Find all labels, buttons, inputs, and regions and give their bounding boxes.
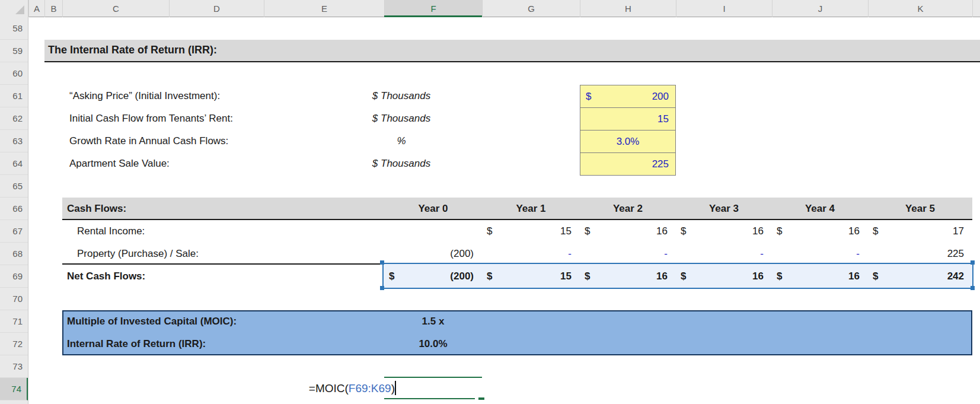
moic-label[interactable]: Multiple of Invested Capital (MOIC):: [67, 310, 237, 333]
input-value: 3.0%: [617, 136, 640, 147]
row-header-61[interactable]: 61: [0, 85, 28, 107]
cell-value: 16: [656, 265, 668, 288]
row-header-58[interactable]: 58: [0, 17, 28, 40]
input-label-asking-price[interactable]: “Asking Price” (Initial Investment):: [69, 85, 220, 107]
cell-value: 15: [560, 265, 572, 288]
selection-handle[interactable]: [971, 260, 975, 265]
edit-cell-bottom-border: [384, 398, 475, 399]
row-header-60[interactable]: 60: [0, 62, 28, 85]
input-label-growth-rate[interactable]: Growth Rate in Annual Cash Flows:: [69, 130, 228, 152]
row-header-72[interactable]: 72: [0, 333, 28, 355]
moic-value[interactable]: 1.5 x: [384, 310, 482, 333]
unit-cell-64[interactable]: $ Thousands: [333, 152, 470, 175]
formula-prefix: =MOIC(: [309, 382, 349, 395]
input-value: 200: [652, 85, 669, 107]
column-header-g[interactable]: G: [482, 0, 580, 17]
spreadsheet: A B C D E F G H I J K 58 59 60 61 62 63 …: [0, 0, 980, 404]
cash-flows-header-label[interactable]: Cash Flows:: [67, 198, 126, 220]
column-header-strip: A B C D E F G H I J K: [0, 0, 980, 17]
input-cell-initial-cash-flow[interactable]: 15: [580, 108, 675, 131]
cell-i68[interactable]: -: [676, 243, 772, 265]
year-header-5[interactable]: Year 5: [868, 198, 972, 220]
year-header-1[interactable]: Year 1: [482, 198, 580, 220]
input-cell-growth-rate[interactable]: 3.0%: [580, 131, 675, 153]
column-header-a[interactable]: A: [28, 0, 44, 17]
cell-k68[interactable]: 225: [868, 243, 972, 265]
input-label-sale-value[interactable]: Apartment Sale Value:: [69, 152, 170, 175]
cell-h67[interactable]: $ 16: [580, 220, 676, 243]
row-header-69[interactable]: 69: [0, 265, 28, 288]
currency-symbol: $: [585, 220, 590, 243]
column-header-c[interactable]: C: [62, 0, 169, 17]
selection-handle[interactable]: [380, 260, 384, 265]
text-cursor: [395, 381, 396, 395]
row-header-65[interactable]: 65: [0, 175, 28, 198]
net-cash-flows-label[interactable]: Net Cash Flows:: [67, 265, 145, 288]
row-header-73[interactable]: 73: [0, 355, 28, 378]
year-header-0[interactable]: Year 0: [384, 198, 482, 220]
input-cells-block: $ 200 15 3.0% 225: [580, 85, 676, 176]
property-label[interactable]: Property (Purchase) / Sale:: [77, 243, 199, 265]
cell-j68[interactable]: -: [772, 243, 868, 265]
row-header-63[interactable]: 63: [0, 130, 28, 152]
currency-symbol: $: [487, 265, 492, 288]
column-header-f-selected[interactable]: F: [384, 0, 482, 17]
cell-i67[interactable]: $ 16: [676, 220, 772, 243]
cell-g68[interactable]: -: [482, 243, 580, 265]
cell-value: -: [856, 243, 860, 265]
input-value: 15: [657, 108, 669, 130]
column-header-e[interactable]: E: [264, 0, 384, 17]
cell-i69[interactable]: $ 16: [676, 265, 772, 288]
currency-symbol: $: [586, 85, 591, 107]
input-label-initial-cash-flow[interactable]: Initial Cash Flow from Tenants’ Rent:: [69, 107, 233, 130]
row-header-67[interactable]: 67: [0, 220, 28, 243]
cell-f69[interactable]: $ (200): [384, 265, 482, 288]
column-header-j[interactable]: J: [772, 0, 868, 17]
column-header-h[interactable]: H: [580, 0, 676, 17]
row-header-strip: 58 59 60 61 62 63 64 65 66 67 68 69 70 7…: [0, 17, 28, 404]
cell-k69[interactable]: $ 242: [868, 265, 972, 288]
cell-h68[interactable]: -: [580, 243, 676, 265]
cell-value: 16: [752, 265, 764, 288]
currency-symbol: $: [681, 220, 686, 243]
cell-k67[interactable]: $ 17: [868, 220, 972, 243]
fill-handle[interactable]: [478, 397, 484, 400]
row-header-74-selected[interactable]: 74: [0, 378, 28, 400]
column-header-k[interactable]: K: [868, 0, 972, 17]
column-header-d[interactable]: D: [169, 0, 264, 17]
rental-income-label[interactable]: Rental Income:: [77, 220, 145, 243]
row-header-71[interactable]: 71: [0, 310, 28, 333]
cell-j67[interactable]: $ 16: [772, 220, 868, 243]
year-header-2[interactable]: Year 2: [580, 198, 676, 220]
cell-h69[interactable]: $ 16: [580, 265, 676, 288]
year-header-4[interactable]: Year 4: [772, 198, 868, 220]
unit-cell-62[interactable]: $ Thousands: [333, 107, 470, 130]
selection-handle[interactable]: [380, 286, 384, 290]
cell-f68[interactable]: (200): [384, 243, 482, 265]
row-header-66[interactable]: 66: [0, 198, 28, 220]
input-cell-asking-price[interactable]: $ 200: [580, 85, 675, 108]
cell-value: 16: [752, 220, 764, 243]
row-header-59[interactable]: 59: [0, 40, 28, 62]
section-title-cell[interactable]: The Internal Rate of Return (IRR):: [44, 40, 980, 62]
irr-value[interactable]: 10.0%: [384, 333, 482, 355]
cell-j69[interactable]: $ 16: [772, 265, 868, 288]
unit-cell-61[interactable]: $ Thousands: [333, 85, 470, 107]
column-header-i[interactable]: I: [676, 0, 772, 17]
select-all-corner[interactable]: [0, 0, 28, 17]
row-header-70[interactable]: 70: [0, 288, 28, 310]
unit-cell-63[interactable]: %: [333, 130, 470, 152]
row-header-68[interactable]: 68: [0, 243, 28, 265]
input-cell-sale-value[interactable]: 225: [580, 153, 675, 176]
edit-cell-top-border: [384, 377, 482, 378]
row-header-64[interactable]: 64: [0, 152, 28, 175]
formula-edit-cell[interactable]: =MOIC(F69:K69): [225, 378, 396, 399]
cell-g67[interactable]: $ 15: [482, 220, 580, 243]
cell-g69[interactable]: $ 15: [482, 265, 580, 288]
column-header-b[interactable]: B: [44, 0, 62, 17]
row-header-62[interactable]: 62: [0, 107, 28, 130]
year-header-3[interactable]: Year 3: [676, 198, 772, 220]
irr-label[interactable]: Internal Rate of Return (IRR):: [67, 333, 206, 355]
currency-symbol: $: [873, 220, 878, 243]
cell-value: (200): [450, 265, 474, 288]
